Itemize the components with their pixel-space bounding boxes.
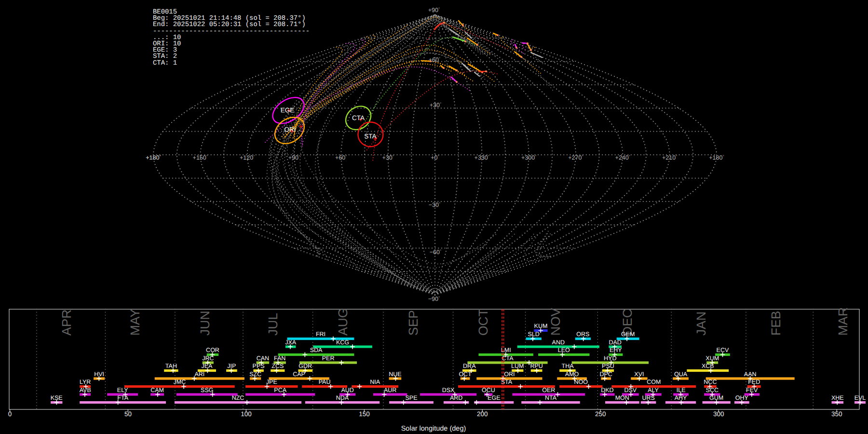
- svg-text:NCC: NCC: [704, 379, 717, 385]
- svg-text:+240°: +240°: [615, 154, 630, 161]
- svg-text:NIA: NIA: [370, 379, 380, 385]
- svg-text:EGE: EGE: [488, 394, 500, 401]
- svg-text:0: 0: [8, 410, 12, 418]
- svg-text:+30°: +30°: [430, 102, 441, 108]
- svg-text:FTA: FTA: [117, 394, 128, 401]
- svg-text:FEB: FEB: [769, 311, 783, 336]
- svg-text:STA: STA: [501, 379, 513, 385]
- svg-text:FRI: FRI: [316, 331, 326, 338]
- svg-text:+330°: +330°: [475, 154, 489, 161]
- svg-text:OCT: OCT: [476, 309, 490, 336]
- svg-text:150: 150: [359, 410, 370, 418]
- svg-text:+270°: +270°: [568, 154, 583, 161]
- svg-text:KCG: KCG: [336, 339, 349, 346]
- svg-text:EHY: EHY: [610, 347, 622, 353]
- svg-text:SEP: SEP: [406, 310, 420, 336]
- svg-text:APR: APR: [59, 310, 74, 336]
- svg-text:HYD: HYD: [604, 355, 616, 362]
- svg-text:ARD: ARD: [450, 394, 462, 401]
- svg-text:+120°: +120°: [240, 154, 255, 161]
- svg-text:OCT: OCT: [459, 371, 472, 378]
- svg-text:+150°: +150°: [193, 154, 208, 161]
- svg-text:NUE: NUE: [389, 371, 401, 378]
- svg-text:+180°: +180°: [146, 154, 161, 161]
- svg-text:CTA: 1: CTA: 1: [153, 59, 177, 67]
- svg-text:FAN: FAN: [274, 355, 285, 362]
- svg-text:THA: THA: [562, 363, 574, 369]
- svg-text:+30°: +30°: [382, 154, 393, 161]
- svg-text:NDA: NDA: [336, 394, 349, 401]
- svg-text:QUA: QUA: [674, 371, 688, 378]
- svg-text:COM: COM: [647, 379, 661, 385]
- svg-text:SDA: SDA: [310, 347, 323, 353]
- svg-text:OER: OER: [542, 387, 555, 393]
- svg-text:+90°: +90°: [288, 154, 300, 161]
- svg-text:100: 100: [241, 410, 252, 418]
- svg-text:MAY: MAY: [128, 309, 142, 336]
- svg-text:350: 350: [831, 410, 842, 418]
- svg-text:AMO: AMO: [565, 371, 579, 378]
- svg-text:SLD: SLD: [528, 331, 540, 338]
- svg-text:+300°: +300°: [521, 154, 536, 161]
- svg-text:AUR: AUR: [384, 387, 396, 393]
- svg-text:NZC: NZC: [232, 394, 244, 401]
- svg-text:XCB: XCB: [702, 363, 714, 369]
- svg-text:ORI: ORI: [504, 371, 515, 378]
- svg-text:DRA: DRA: [463, 363, 476, 369]
- svg-text:CAP: CAP: [293, 371, 305, 378]
- svg-text:JUN: JUN: [198, 311, 212, 336]
- svg-text:PCA: PCA: [274, 387, 286, 393]
- svg-text:MAR: MAR: [836, 307, 850, 336]
- svg-text:200: 200: [477, 410, 488, 418]
- svg-text:SSG: SSG: [201, 387, 213, 393]
- svg-text:EGE: EGE: [281, 107, 295, 114]
- svg-text:+60°: +60°: [429, 56, 440, 63]
- svg-text:CTA: CTA: [352, 114, 365, 122]
- svg-text:JXA: JXA: [285, 339, 297, 346]
- svg-text:300: 300: [713, 410, 724, 418]
- svg-text:MON: MON: [615, 394, 629, 401]
- svg-text:JPE: JPE: [266, 379, 277, 385]
- svg-text:NOO: NOO: [574, 379, 588, 385]
- svg-text:STA: STA: [364, 133, 376, 140]
- svg-text:JUL: JUL: [266, 313, 280, 336]
- svg-text:−30°: −30°: [429, 202, 440, 208]
- svg-text:PSU: PSU: [602, 363, 614, 369]
- svg-text:NOV: NOV: [548, 308, 563, 336]
- svg-text:JAN: JAN: [694, 312, 708, 336]
- svg-text:GEM: GEM: [621, 331, 635, 338]
- svg-text:DAD: DAD: [609, 339, 621, 346]
- svg-text:+180°: +180°: [709, 154, 724, 161]
- svg-text:LYR: LYR: [80, 379, 91, 385]
- svg-text:DKD: DKD: [601, 387, 613, 393]
- svg-text:JEA: JEA: [202, 363, 213, 369]
- svg-text:ZCS: ZCS: [271, 363, 284, 369]
- svg-text:SPE: SPE: [405, 394, 417, 401]
- svg-text:ARI: ARI: [194, 371, 204, 378]
- svg-text:PAU: PAU: [319, 379, 331, 385]
- svg-text:PER: PER: [322, 355, 335, 362]
- svg-text:CAN: CAN: [257, 355, 269, 362]
- svg-text:AND: AND: [552, 339, 565, 346]
- svg-text:TAH: TAH: [165, 363, 177, 369]
- svg-text:Solar longitude (deg): Solar longitude (deg): [401, 425, 466, 433]
- svg-text:DSX: DSX: [442, 387, 455, 393]
- svg-text:OCU: OCU: [482, 387, 495, 393]
- svg-text:NTA: NTA: [545, 394, 557, 401]
- svg-text:ELY: ELY: [117, 387, 128, 393]
- svg-text:AUG: AUG: [336, 308, 350, 336]
- svg-text:SZC: SZC: [249, 371, 261, 378]
- svg-text:−90°: −90°: [428, 296, 440, 302]
- svg-text:ORI: ORI: [284, 126, 296, 133]
- svg-text:250: 250: [595, 410, 606, 418]
- svg-text:50: 50: [124, 410, 132, 418]
- svg-text:+90°: +90°: [428, 7, 440, 14]
- svg-text:−60°: −60°: [430, 249, 441, 256]
- svg-text:+210°: +210°: [662, 154, 677, 161]
- svg-text:LEO: LEO: [558, 347, 570, 353]
- svg-text:+60°: +60°: [335, 154, 347, 161]
- svg-text:DPC: DPC: [599, 371, 612, 378]
